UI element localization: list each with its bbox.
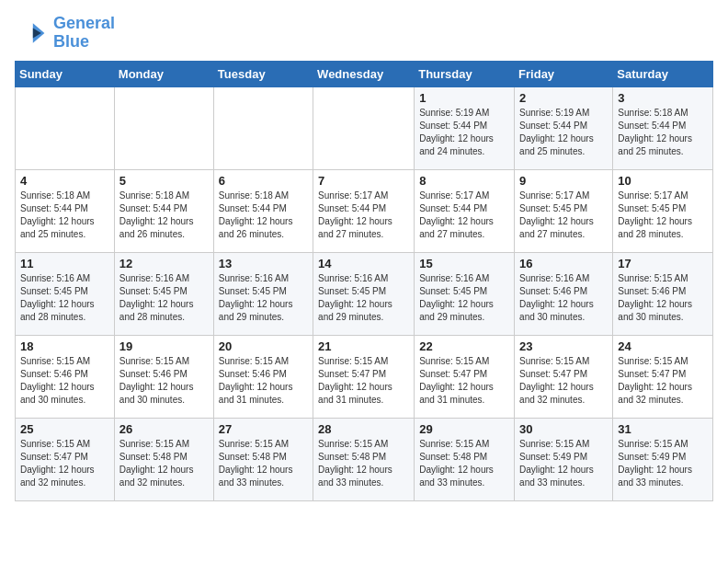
day-info: Sunrise: 5:16 AM Sunset: 5:45 PM Dayligh… [20,272,109,324]
day-number: 13 [219,257,308,270]
day-info: Sunrise: 5:16 AM Sunset: 5:45 PM Dayligh… [119,272,209,324]
day-info: Sunrise: 5:15 AM Sunset: 5:46 PM Dayligh… [119,355,209,407]
day-number: 7 [318,174,409,188]
calendar-cell: 15Sunrise: 5:16 AM Sunset: 5:45 PM Dayli… [415,252,515,335]
day-number: 21 [318,339,409,353]
calendar-cell: 10Sunrise: 5:17 AM Sunset: 5:45 PM Dayli… [613,169,713,252]
day-number: 6 [219,174,308,188]
day-number: 25 [20,422,109,436]
day-info: Sunrise: 5:15 AM Sunset: 5:47 PM Dayligh… [519,355,608,407]
day-info: Sunrise: 5:16 AM Sunset: 5:45 PM Dayligh… [419,272,509,324]
logo-text: General Blue [53,15,115,52]
day-number: 14 [318,257,409,270]
day-number: 2 [519,91,608,105]
page-header: General Blue [15,15,713,52]
day-info: Sunrise: 5:17 AM Sunset: 5:45 PM Dayligh… [618,190,708,241]
day-number: 3 [618,91,708,105]
day-info: Sunrise: 5:16 AM Sunset: 5:46 PM Dayligh… [519,272,608,324]
calendar-header-thursday: Thursday [415,61,515,86]
day-number: 22 [419,339,509,353]
calendar-header-tuesday: Tuesday [213,61,313,86]
day-info: Sunrise: 5:17 AM Sunset: 5:44 PM Dayligh… [419,190,509,241]
calendar-cell: 8Sunrise: 5:17 AM Sunset: 5:44 PM Daylig… [415,169,515,252]
calendar-cell: 18Sunrise: 5:15 AM Sunset: 5:46 PM Dayli… [16,335,115,418]
calendar-cell: 27Sunrise: 5:15 AM Sunset: 5:48 PM Dayli… [213,418,313,500]
calendar-cell: 12Sunrise: 5:16 AM Sunset: 5:45 PM Dayli… [114,252,213,335]
calendar-cell: 22Sunrise: 5:15 AM Sunset: 5:47 PM Dayli… [415,335,515,418]
day-info: Sunrise: 5:15 AM Sunset: 5:48 PM Dayligh… [219,438,308,489]
day-info: Sunrise: 5:15 AM Sunset: 5:47 PM Dayligh… [318,355,409,407]
day-number: 15 [419,257,509,270]
calendar-week-1: 1Sunrise: 5:19 AM Sunset: 5:44 PM Daylig… [16,86,713,169]
day-info: Sunrise: 5:17 AM Sunset: 5:45 PM Dayligh… [519,190,608,241]
day-info: Sunrise: 5:15 AM Sunset: 5:46 PM Dayligh… [618,272,708,324]
calendar-cell: 7Sunrise: 5:17 AM Sunset: 5:44 PM Daylig… [313,169,415,252]
day-number: 8 [419,174,509,188]
calendar-cell: 13Sunrise: 5:16 AM Sunset: 5:45 PM Dayli… [213,252,313,335]
calendar-cell: 4Sunrise: 5:18 AM Sunset: 5:44 PM Daylig… [16,169,115,252]
calendar-body: 1Sunrise: 5:19 AM Sunset: 5:44 PM Daylig… [16,86,713,500]
day-info: Sunrise: 5:15 AM Sunset: 5:47 PM Dayligh… [618,355,708,407]
day-number: 26 [119,422,209,436]
day-number: 30 [519,422,608,436]
calendar-cell: 28Sunrise: 5:15 AM Sunset: 5:48 PM Dayli… [313,418,415,500]
day-info: Sunrise: 5:15 AM Sunset: 5:46 PM Dayligh… [219,355,308,407]
calendar-cell: 24Sunrise: 5:15 AM Sunset: 5:47 PM Dayli… [613,335,713,418]
day-number: 10 [618,174,708,188]
calendar-cell: 25Sunrise: 5:15 AM Sunset: 5:47 PM Dayli… [16,418,115,500]
day-info: Sunrise: 5:15 AM Sunset: 5:47 PM Dayligh… [419,355,509,407]
day-number: 12 [119,257,209,270]
calendar-cell [16,86,115,169]
calendar-header-wednesday: Wednesday [313,61,415,86]
calendar-week-5: 25Sunrise: 5:15 AM Sunset: 5:47 PM Dayli… [16,418,713,500]
calendar-cell: 14Sunrise: 5:16 AM Sunset: 5:45 PM Dayli… [313,252,415,335]
day-info: Sunrise: 5:16 AM Sunset: 5:45 PM Dayligh… [318,272,409,324]
calendar-cell: 20Sunrise: 5:15 AM Sunset: 5:46 PM Dayli… [213,335,313,418]
day-number: 28 [318,422,409,436]
calendar-cell: 5Sunrise: 5:18 AM Sunset: 5:44 PM Daylig… [114,169,213,252]
calendar-cell: 31Sunrise: 5:15 AM Sunset: 5:49 PM Dayli… [613,418,713,500]
day-info: Sunrise: 5:18 AM Sunset: 5:44 PM Dayligh… [219,190,308,241]
calendar-cell: 16Sunrise: 5:16 AM Sunset: 5:46 PM Dayli… [515,252,613,335]
day-number: 19 [119,339,209,353]
logo: General Blue [15,15,115,52]
calendar-week-2: 4Sunrise: 5:18 AM Sunset: 5:44 PM Daylig… [16,169,713,252]
day-number: 23 [519,339,608,353]
day-number: 31 [618,422,708,436]
logo-icon [15,17,48,50]
day-info: Sunrise: 5:15 AM Sunset: 5:48 PM Dayligh… [419,438,509,489]
calendar-cell: 19Sunrise: 5:15 AM Sunset: 5:46 PM Dayli… [114,335,213,418]
calendar-cell: 26Sunrise: 5:15 AM Sunset: 5:48 PM Dayli… [114,418,213,500]
day-info: Sunrise: 5:18 AM Sunset: 5:44 PM Dayligh… [20,190,109,241]
day-info: Sunrise: 5:15 AM Sunset: 5:49 PM Dayligh… [519,438,608,489]
calendar-cell: 30Sunrise: 5:15 AM Sunset: 5:49 PM Dayli… [515,418,613,500]
calendar-cell [313,86,415,169]
calendar-cell: 29Sunrise: 5:15 AM Sunset: 5:48 PM Dayli… [415,418,515,500]
day-info: Sunrise: 5:19 AM Sunset: 5:44 PM Dayligh… [419,107,509,158]
calendar-header-sunday: Sunday [16,61,115,86]
day-number: 16 [519,257,608,270]
calendar-cell: 23Sunrise: 5:15 AM Sunset: 5:47 PM Dayli… [515,335,613,418]
calendar-cell: 3Sunrise: 5:18 AM Sunset: 5:44 PM Daylig… [613,86,713,169]
calendar-header: SundayMondayTuesdayWednesdayThursdayFrid… [16,61,713,86]
day-number: 29 [419,422,509,436]
calendar-cell [114,86,213,169]
day-info: Sunrise: 5:18 AM Sunset: 5:44 PM Dayligh… [618,107,708,158]
day-number: 1 [419,91,509,105]
calendar-header-friday: Friday [515,61,613,86]
day-info: Sunrise: 5:15 AM Sunset: 5:49 PM Dayligh… [618,438,708,489]
day-info: Sunrise: 5:15 AM Sunset: 5:46 PM Dayligh… [20,355,109,407]
day-number: 9 [519,174,608,188]
calendar-cell: 21Sunrise: 5:15 AM Sunset: 5:47 PM Dayli… [313,335,415,418]
day-info: Sunrise: 5:19 AM Sunset: 5:44 PM Dayligh… [519,107,608,158]
calendar-week-4: 18Sunrise: 5:15 AM Sunset: 5:46 PM Dayli… [16,335,713,418]
calendar-cell: 2Sunrise: 5:19 AM Sunset: 5:44 PM Daylig… [515,86,613,169]
calendar-cell: 1Sunrise: 5:19 AM Sunset: 5:44 PM Daylig… [415,86,515,169]
calendar-cell: 17Sunrise: 5:15 AM Sunset: 5:46 PM Dayli… [613,252,713,335]
day-number: 24 [618,339,708,353]
day-info: Sunrise: 5:16 AM Sunset: 5:45 PM Dayligh… [219,272,308,324]
calendar-table: SundayMondayTuesdayWednesdayThursdayFrid… [15,61,713,501]
calendar-week-3: 11Sunrise: 5:16 AM Sunset: 5:45 PM Dayli… [16,252,713,335]
day-number: 20 [219,339,308,353]
day-info: Sunrise: 5:15 AM Sunset: 5:48 PM Dayligh… [318,438,409,489]
